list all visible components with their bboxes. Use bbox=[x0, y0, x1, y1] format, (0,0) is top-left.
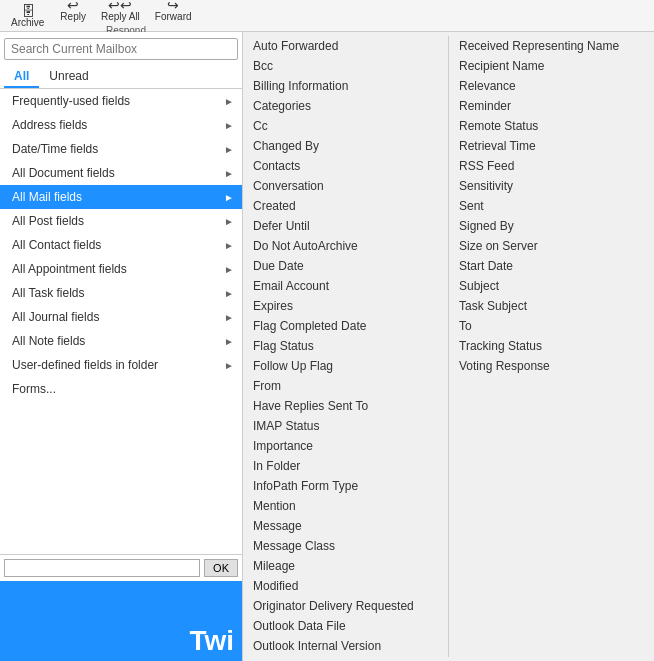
field-item[interactable]: Outlook Internal Version bbox=[251, 636, 440, 656]
field-item[interactable]: Bcc bbox=[251, 56, 440, 76]
fields-col1: Auto ForwardedBccBilling InformationCate… bbox=[243, 32, 448, 661]
field-item[interactable]: Remote Status bbox=[457, 116, 646, 136]
chevron-icon: ► bbox=[224, 360, 234, 371]
chevron-icon: ► bbox=[224, 96, 234, 107]
tab-all[interactable]: All bbox=[4, 66, 39, 88]
field-item[interactable]: Billing Information bbox=[251, 76, 440, 96]
search-input[interactable] bbox=[4, 38, 238, 60]
field-item[interactable]: Recipient Name bbox=[457, 56, 646, 76]
field-item[interactable]: Modified bbox=[251, 576, 440, 596]
field-item[interactable]: Reminder bbox=[457, 96, 646, 116]
field-item[interactable]: Defer Until bbox=[251, 216, 440, 236]
field-item[interactable]: Task Subject bbox=[457, 296, 646, 316]
bottom-search-input[interactable] bbox=[4, 559, 200, 577]
chevron-icon: ► bbox=[224, 192, 234, 203]
field-item[interactable]: Originator Delivery Requested bbox=[251, 596, 440, 616]
chevron-icon: ► bbox=[224, 240, 234, 251]
field-item[interactable]: Mention bbox=[251, 496, 440, 516]
field-item[interactable]: Do Not AutoArchive bbox=[251, 236, 440, 256]
field-item[interactable]: Have Replies Sent To bbox=[251, 396, 440, 416]
field-item[interactable]: In Folder bbox=[251, 456, 440, 476]
respond-group: ↩ Reply ↩↩ Reply All ↪ Forward Respond bbox=[53, 0, 198, 36]
field-item[interactable]: Tracking Status bbox=[457, 336, 646, 356]
forward-button[interactable]: ↪ Forward bbox=[148, 0, 199, 24]
field-item[interactable]: Created bbox=[251, 196, 440, 216]
chevron-icon: ► bbox=[224, 144, 234, 155]
respond-buttons: ↩ Reply ↩↩ Reply All ↪ Forward bbox=[53, 0, 198, 24]
field-item[interactable]: Outlook Version bbox=[251, 656, 440, 661]
blue-bottom: Twi bbox=[0, 581, 242, 661]
menu-item-all-appointment[interactable]: All Appointment fields ► bbox=[0, 257, 242, 281]
blue-text: Twi bbox=[189, 625, 234, 657]
field-item[interactable]: Auto Forwarded bbox=[251, 36, 440, 56]
field-item[interactable]: Retrieval Time bbox=[457, 136, 646, 156]
reply-icon: ↩ bbox=[67, 0, 79, 12]
field-item[interactable]: Start Date bbox=[457, 256, 646, 276]
field-item[interactable]: To bbox=[457, 316, 646, 336]
field-item[interactable]: Follow Up Flag bbox=[251, 356, 440, 376]
chevron-icon: ► bbox=[224, 288, 234, 299]
field-item[interactable]: Sent bbox=[457, 196, 646, 216]
field-item[interactable]: Subject bbox=[457, 276, 646, 296]
chevron-icon: ► bbox=[224, 264, 234, 275]
menu-list: Frequently-used fields ► Address fields … bbox=[0, 89, 242, 554]
menu-item-all-journal[interactable]: All Journal fields ► bbox=[0, 305, 242, 329]
field-item[interactable]: Changed By bbox=[251, 136, 440, 156]
forms-item[interactable]: Forms... bbox=[0, 377, 242, 401]
field-item[interactable]: Relevance bbox=[457, 76, 646, 96]
chevron-icon: ► bbox=[224, 312, 234, 323]
toolbar: 🗄 Archive ↩ Reply ↩↩ Reply All ↪ Forward… bbox=[0, 0, 654, 32]
chevron-icon: ► bbox=[224, 168, 234, 179]
field-item[interactable]: Size on Server bbox=[457, 236, 646, 256]
menu-item-address[interactable]: Address fields ► bbox=[0, 113, 242, 137]
menu-item-all-task[interactable]: All Task fields ► bbox=[0, 281, 242, 305]
left-panel: All Unread Frequently-used fields ► Addr… bbox=[0, 32, 243, 661]
chevron-icon: ► bbox=[224, 336, 234, 347]
menu-item-all-contact[interactable]: All Contact fields ► bbox=[0, 233, 242, 257]
field-item[interactable]: Email Account bbox=[251, 276, 440, 296]
reply-all-icon: ↩↩ bbox=[108, 0, 132, 12]
field-item[interactable]: Received Representing Name bbox=[457, 36, 646, 56]
field-item[interactable]: Mileage bbox=[251, 556, 440, 576]
chevron-icon: ► bbox=[224, 120, 234, 131]
menu-item-all-note[interactable]: All Note fields ► bbox=[0, 329, 242, 353]
field-item[interactable]: Expires bbox=[251, 296, 440, 316]
menu-item-all-post[interactable]: All Post fields ► bbox=[0, 209, 242, 233]
field-item[interactable]: Cc bbox=[251, 116, 440, 136]
field-item[interactable]: InfoPath Form Type bbox=[251, 476, 440, 496]
menu-item-frequently-used[interactable]: Frequently-used fields ► bbox=[0, 89, 242, 113]
main-layout: All Unread Frequently-used fields ► Addr… bbox=[0, 32, 654, 661]
menu-item-all-document[interactable]: All Document fields ► bbox=[0, 161, 242, 185]
menu-item-all-mail[interactable]: All Mail fields ► bbox=[0, 185, 242, 209]
field-item[interactable]: From bbox=[251, 376, 440, 396]
field-item[interactable]: Message Class bbox=[251, 536, 440, 556]
field-item[interactable]: RSS Feed bbox=[457, 156, 646, 176]
field-item[interactable]: Voting Response bbox=[457, 356, 646, 376]
field-item[interactable]: Categories bbox=[251, 96, 440, 116]
tab-row: All Unread bbox=[0, 66, 242, 89]
field-item[interactable]: Sensitivity bbox=[457, 176, 646, 196]
field-item[interactable]: Due Date bbox=[251, 256, 440, 276]
field-item[interactable]: Importance bbox=[251, 436, 440, 456]
field-item[interactable]: Conversation bbox=[251, 176, 440, 196]
field-item[interactable]: Flag Completed Date bbox=[251, 316, 440, 336]
fields-col2: Received Representing NameRecipient Name… bbox=[449, 32, 654, 661]
search-input-bottom: OK bbox=[0, 554, 242, 581]
menu-item-datetime[interactable]: Date/Time fields ► bbox=[0, 137, 242, 161]
menu-item-user-defined[interactable]: User-defined fields in folder ► bbox=[0, 353, 242, 377]
tab-unread[interactable]: Unread bbox=[39, 66, 98, 88]
bottom-search-button[interactable]: OK bbox=[204, 559, 238, 577]
reply-all-button[interactable]: ↩↩ Reply All bbox=[94, 0, 147, 24]
archive-button[interactable]: 🗄 Archive bbox=[4, 2, 51, 30]
field-item[interactable]: IMAP Status bbox=[251, 416, 440, 436]
archive-icon: 🗄 bbox=[21, 4, 35, 18]
field-item[interactable]: Flag Status bbox=[251, 336, 440, 356]
right-panel: Auto ForwardedBccBilling InformationCate… bbox=[243, 32, 654, 661]
forward-icon: ↪ bbox=[167, 0, 179, 12]
chevron-icon: ► bbox=[224, 216, 234, 227]
reply-button[interactable]: ↩ Reply bbox=[53, 0, 93, 24]
field-item[interactable]: Contacts bbox=[251, 156, 440, 176]
field-item[interactable]: Signed By bbox=[457, 216, 646, 236]
field-item[interactable]: Outlook Data File bbox=[251, 616, 440, 636]
field-item[interactable]: Message bbox=[251, 516, 440, 536]
